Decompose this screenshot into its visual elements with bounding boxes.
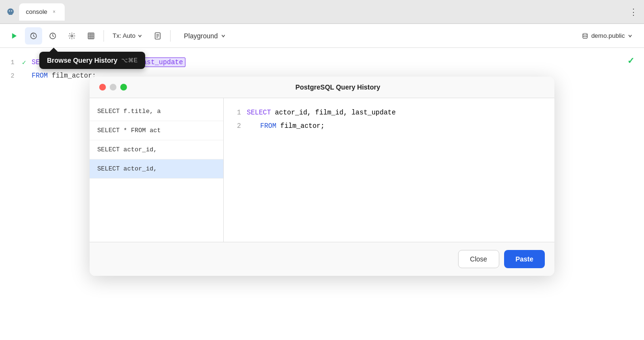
- toolbar-divider: [104, 30, 104, 42]
- run-icon: [11, 33, 18, 39]
- preview-line-num-2: 2: [231, 119, 241, 133]
- preview-line-num-1: 1: [231, 106, 241, 119]
- db-label: demo.public: [591, 32, 625, 39]
- document-icon: [154, 32, 161, 40]
- history-item-1[interactable]: SELECT f.title, a: [90, 102, 223, 121]
- svg-point-1: [11, 10, 12, 11]
- tx-label: Tx: Auto: [113, 32, 136, 39]
- history-tooltip: Browse Query History ⌥⌘E: [39, 52, 145, 69]
- preview-content-1: SELECT actor_id, film_id, last_update: [247, 106, 396, 119]
- chevron-down-icon: [138, 34, 142, 38]
- settings-button[interactable]: [63, 27, 80, 45]
- preview-from-rest: film_actor;: [276, 122, 325, 130]
- history-list[interactable]: SELECT f.title, a SELECT * FROM act SELE…: [90, 98, 224, 242]
- modal-maximize-traffic-light[interactable]: [120, 84, 127, 91]
- history-item-3[interactable]: SELECT actor_id,: [90, 140, 223, 159]
- svg-point-0: [9, 10, 10, 11]
- modal-close-traffic-light[interactable]: [99, 84, 106, 91]
- editor-area: 1 ✓ SELECT actor_id, film_id, last_updat…: [0, 48, 644, 340]
- svg-rect-6: [88, 33, 94, 39]
- playground-dropdown[interactable]: Playground: [178, 29, 231, 43]
- app-icon: [6, 8, 15, 16]
- browser-chrome: console × ⋮: [0, 0, 644, 24]
- playground-label: Playground: [184, 32, 218, 40]
- modal-body: SELECT f.title, a SELECT * FROM act SELE…: [90, 98, 554, 242]
- history-item-4[interactable]: SELECT actor_id,: [90, 159, 223, 179]
- grid-icon: [87, 32, 95, 40]
- modal-titlebar: PostgreSQL Query History: [90, 77, 554, 98]
- tooltip-text: Browse Query History: [47, 57, 117, 64]
- browser-more-button[interactable]: ⋮: [629, 7, 638, 17]
- gear-icon: [68, 32, 76, 40]
- modal-footer: Close Paste: [90, 242, 554, 276]
- toolbar: Tx: Auto Playground demo.public: [0, 24, 644, 48]
- modal-minimize-traffic-light[interactable]: [110, 84, 116, 91]
- paste-button[interactable]: Paste: [504, 250, 545, 268]
- preview-content-2: FROM film_actor;: [247, 119, 324, 133]
- preview-select-kw: SELECT: [247, 109, 271, 116]
- history-item-2[interactable]: SELECT * FROM act: [90, 121, 223, 140]
- close-button[interactable]: Close: [458, 250, 499, 268]
- schedule-button[interactable]: [44, 27, 61, 45]
- preview-line-1: 1 SELECT actor_id, film_id, last_update: [231, 106, 547, 119]
- db-chevron-icon: [628, 34, 632, 38]
- svg-point-15: [583, 33, 587, 35]
- svg-marker-2: [12, 33, 16, 39]
- tooltip-shortcut: ⌥⌘E: [121, 57, 138, 64]
- database-dropdown[interactable]: demo.public: [576, 29, 638, 42]
- preview-select-rest: actor_id, film_id, last_update: [271, 109, 395, 116]
- history-icon: [30, 32, 37, 40]
- table-button[interactable]: [82, 27, 100, 45]
- modal-title: PostgreSQL Query History: [131, 83, 545, 91]
- preview-line-2: 2 FROM film_actor;: [231, 119, 547, 133]
- svg-point-5: [71, 35, 73, 37]
- run-button[interactable]: [6, 27, 23, 45]
- browser-tab[interactable]: console ×: [19, 3, 65, 21]
- toolbar-divider-2: [170, 30, 171, 42]
- playground-chevron-icon: [221, 34, 226, 38]
- page-button[interactable]: [149, 27, 166, 45]
- tab-close-button[interactable]: ×: [50, 8, 58, 16]
- modal-overlay: PostgreSQL Query History SELECT f.title,…: [0, 48, 644, 340]
- transaction-dropdown[interactable]: Tx: Auto: [108, 29, 147, 42]
- database-icon: [582, 33, 588, 39]
- query-history-button[interactable]: [25, 27, 42, 45]
- query-preview: 1 SELECT actor_id, film_id, last_update …: [224, 98, 554, 242]
- tab-label: console: [26, 8, 47, 15]
- preview-from-kw: FROM: [260, 122, 276, 130]
- clock-icon: [49, 32, 57, 40]
- query-history-modal: PostgreSQL Query History SELECT f.title,…: [90, 77, 554, 276]
